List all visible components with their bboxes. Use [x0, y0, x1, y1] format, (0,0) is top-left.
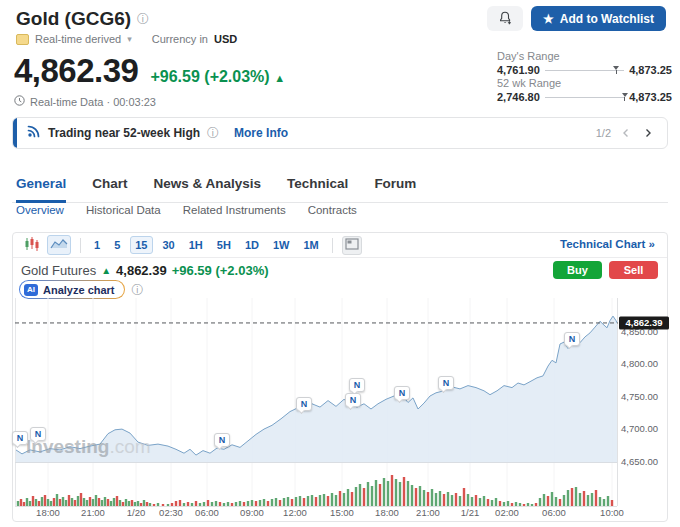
technical-chart-link[interactable]: Technical Chart »	[560, 238, 655, 250]
chart-price: 4,862.39	[116, 263, 167, 278]
buy-button[interactable]: Buy	[553, 261, 602, 279]
tab-news-analysis[interactable]: News & Analysis	[154, 172, 262, 202]
timeframe-5[interactable]: 5	[110, 237, 124, 253]
chart-change: +96.59 (+2.03%)	[172, 263, 269, 278]
ai-icon: AI	[24, 284, 38, 296]
subtab-contracts[interactable]: Contracts	[308, 204, 357, 216]
52wk-range-track	[545, 97, 624, 98]
days-range: Day's Range 4,761.90 4,873.25	[497, 50, 672, 76]
analyze-chart-label: Analyze chart	[43, 284, 115, 296]
price-change: +96.59 (+2.03%) ▲	[150, 68, 285, 86]
signal-icon	[27, 124, 41, 142]
derived-label[interactable]: Real-time derived	[35, 33, 121, 45]
timeframe-1m[interactable]: 1M	[299, 237, 322, 253]
banner-prev-button[interactable]	[619, 126, 633, 140]
bell-plus-icon	[498, 10, 513, 28]
realtime-status: Real-time Data · 00:03:23	[30, 96, 156, 108]
52wk-range-label: 52 wk Range	[497, 77, 672, 89]
alert-banner: Trading near 52-week High ⓘ More Info 1/…	[12, 117, 668, 149]
chevron-down-icon[interactable]: ▾	[127, 34, 132, 44]
tab-general[interactable]: General	[16, 172, 66, 203]
candlestick-icon	[24, 236, 40, 255]
news-marker[interactable]: N	[394, 386, 410, 400]
chart-canvas[interactable]	[15, 296, 617, 507]
52wk-range-low: 2,746.80	[497, 91, 540, 103]
more-info-link[interactable]: More Info	[234, 126, 288, 140]
days-range-high: 4,873.25	[629, 64, 672, 76]
days-range-marker	[613, 66, 619, 70]
chart-toolbar: 1 5 15 30 1H 5H 1D 1W 1M Technical Chart…	[13, 233, 667, 258]
news-marker[interactable]: N	[438, 376, 454, 390]
subtab-related-instruments[interactable]: Related Instruments	[183, 204, 286, 216]
derived-source-icon	[16, 34, 29, 45]
create-alert-button[interactable]	[487, 6, 523, 31]
up-triangle-icon: ▲	[274, 72, 285, 84]
area-chart-button[interactable]	[47, 235, 71, 255]
watchlist-label: Add to Watchlist	[560, 12, 654, 26]
timeframe-15[interactable]: 15	[130, 236, 152, 254]
banner-pagination: 1/2	[596, 127, 611, 139]
last-price: 4,862.39	[14, 52, 138, 90]
instrument-header: Gold (GCG6) ⓘ	[16, 8, 149, 30]
add-to-watchlist-button[interactable]: ★ Add to Watchlist	[531, 6, 666, 31]
timeframe-30[interactable]: 30	[159, 237, 179, 253]
days-range-track	[545, 70, 624, 71]
timeframe-5h[interactable]: 5H	[213, 237, 235, 253]
news-marker[interactable]: N	[30, 427, 46, 441]
info-icon[interactable]: ⓘ	[137, 13, 149, 25]
clock-icon	[14, 95, 25, 108]
banner-message: Trading near 52-week High	[48, 126, 200, 140]
subtab-historical-data[interactable]: Historical Data	[86, 204, 161, 216]
page: Gold (GCG6) ⓘ ★ Add to Watchlist Real-ti…	[0, 0, 680, 527]
tab-chart[interactable]: Chart	[92, 172, 127, 202]
news-marker[interactable]: N	[12, 431, 28, 445]
candlestick-chart-button[interactable]	[23, 235, 41, 256]
chart-layout-button[interactable]	[342, 236, 362, 255]
sell-button[interactable]: Sell	[609, 261, 658, 279]
news-marker[interactable]: N	[349, 378, 365, 392]
page-title: Gold (GCG6)	[16, 8, 131, 30]
timeframe-1w[interactable]: 1W	[269, 237, 294, 253]
currency-value: USD	[214, 33, 237, 45]
toolbar-divider	[80, 238, 81, 253]
star-icon: ★	[543, 12, 554, 26]
days-range-label: Day's Range	[497, 50, 672, 62]
currency-in-label: Currency in	[152, 33, 208, 45]
main-tabs: General Chart News & Analysis Technical …	[12, 172, 668, 203]
subtab-overview[interactable]: Overview	[16, 204, 64, 216]
area-chart-icon	[50, 237, 68, 253]
tab-technical[interactable]: Technical	[287, 172, 348, 202]
timeframe-1h[interactable]: 1H	[185, 237, 207, 253]
banner-next-button[interactable]	[641, 126, 655, 140]
tab-forum[interactable]: Forum	[374, 172, 416, 202]
sub-tabs: Overview Historical Data Related Instrum…	[16, 204, 357, 216]
analyze-info-icon[interactable]: ⓘ	[132, 284, 144, 296]
banner-info-icon[interactable]: ⓘ	[207, 127, 219, 139]
52wk-range-marker	[622, 93, 628, 97]
news-marker[interactable]: N	[214, 433, 230, 447]
news-marker[interactable]: N	[345, 393, 361, 407]
timeframe-1d[interactable]: 1D	[241, 237, 263, 253]
days-range-low: 4,761.90	[497, 64, 540, 76]
chart-up-arrow-icon: ▲	[101, 265, 111, 276]
layout-panel-icon	[345, 238, 359, 253]
news-marker[interactable]: N	[564, 332, 580, 346]
news-marker[interactable]: N	[296, 397, 312, 411]
52wk-range-high: 4,873.25	[629, 91, 672, 103]
52wk-range: 52 wk Range 2,746.80 4,873.25	[497, 77, 672, 103]
chart-instrument-name: Gold Futures	[21, 263, 96, 278]
timeframe-1[interactable]: 1	[90, 237, 104, 253]
toolbar-divider	[332, 238, 333, 253]
